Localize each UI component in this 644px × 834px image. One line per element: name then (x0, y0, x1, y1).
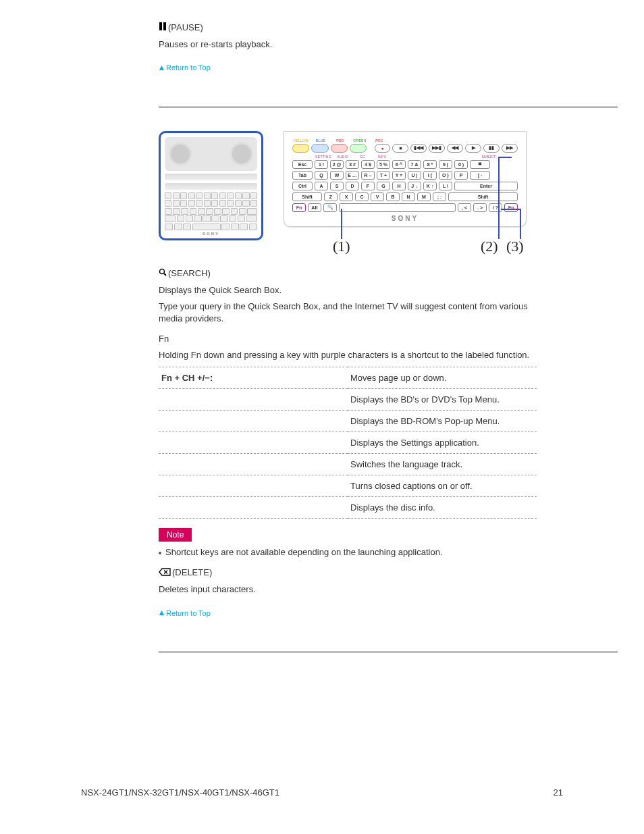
key-y: Y = (392, 171, 406, 180)
table-row: Displays the disc info. (159, 497, 537, 519)
key-e: E … (346, 171, 359, 180)
key-1: 1 ! (315, 160, 328, 169)
key-ctrl: Ctrl (292, 182, 313, 190)
key-2: 2 @ (330, 160, 344, 169)
key-slash: / ? (489, 203, 502, 212)
lbl-blue: BLUE (312, 138, 329, 143)
lbl-audio: AUDIO (334, 155, 352, 159)
table-val: Turns closed captions on or off. (348, 475, 537, 497)
key-s: S (330, 182, 344, 190)
lbl-setting: SETTING (315, 155, 332, 159)
return-top-link-2[interactable]: Return to Top (159, 609, 211, 617)
key-fn-r: Fn (504, 203, 518, 212)
keyboard-large: YELLOW BLUE RED GREEN REC ● ■ ▮◀◀ ▶▶▮ (284, 131, 527, 227)
bullet-icon (159, 552, 161, 554)
key-space (339, 203, 456, 212)
table-row: Turns closed captions on or off. (159, 475, 537, 497)
lbl-info: INFO (373, 155, 391, 159)
callout-1: (1) (333, 238, 350, 255)
key-v: V (371, 192, 384, 201)
lbl-red: RED (331, 138, 349, 143)
keyboard-large-wrap: YELLOW BLUE RED GREEN REC ● ■ ▮◀◀ ▶▶▮ (284, 131, 527, 227)
key-period: . > (473, 203, 487, 212)
table-key (159, 454, 348, 475)
fn-shortcut-table: Fn + CH +/−:Moves page up or down. Displ… (159, 367, 537, 519)
pause-heading: (PAUSE) (159, 22, 537, 34)
key-9: 9 ( (439, 160, 452, 169)
sony-label-large: SONY (292, 215, 518, 222)
page-footer: NSX-24GT1/NSX-32GT1/NSX-40GT1/NSX-46GT1 … (81, 787, 563, 798)
svg-marker-2 (159, 66, 164, 70)
key-w: W (330, 171, 344, 180)
note-badge: Note (159, 528, 192, 542)
key-alt: Alt (308, 203, 321, 212)
table-key (159, 432, 348, 454)
key-play: ▶ (465, 144, 481, 153)
fn-desc: Holding Fn down and pressing a key with … (159, 349, 537, 361)
key-esc: Esc (292, 160, 313, 169)
table-val: Displays the BD-ROM's Pop-up Menu. (348, 411, 537, 432)
key-4: 4 $ (361, 160, 375, 169)
key-k: K ↑ (423, 182, 437, 190)
key-d: D (346, 182, 359, 190)
key-5: 5 % (377, 160, 390, 169)
key-c: C (355, 192, 369, 201)
lbl-green: GREEN (351, 138, 369, 143)
key-i: I { (423, 171, 437, 180)
key-u: U | (408, 171, 421, 180)
key-t: T + (377, 171, 390, 180)
key-comma: , < (458, 203, 471, 212)
delete-desc: Deletes input characters. (159, 583, 537, 596)
search-icon (159, 267, 167, 280)
key-p: P (454, 171, 468, 180)
return-top-link-1[interactable]: Return to Top (159, 63, 211, 72)
search-desc-2: Type your query in the Quick Search Box,… (159, 301, 537, 325)
table-row: Displays the Settings application. (159, 432, 537, 454)
key-8: 8 * (423, 160, 437, 169)
key-next: ▶▶▮ (429, 144, 445, 153)
delete-title-text: (DELETE) (172, 567, 212, 577)
divider-2 (159, 652, 618, 652)
return-top-label: Return to Top (166, 609, 211, 617)
delete-heading: (DELETE) (159, 567, 537, 579)
key-prev: ▮◀◀ (410, 144, 427, 153)
lbl-yellow: YELLOW (292, 138, 310, 143)
note-text: Shortcut keys are not available dependin… (165, 547, 443, 557)
key-shift-r: Shift (448, 192, 518, 201)
illustration-row: SONY YELLOW BLUE RED GREEN REC (159, 131, 644, 240)
pause-desc: Pauses or re-starts playback. (159, 38, 537, 51)
svg-line-4 (164, 273, 166, 276)
search-title-text: (SEARCH) (168, 268, 211, 278)
table-row: Displays the BD-ROM's Pop-up Menu. (159, 411, 537, 432)
callout-2: (2) (481, 238, 498, 255)
svg-marker-7 (159, 610, 164, 615)
table-val: Displays the BD's or DVD's Top Menu. (348, 389, 537, 411)
divider-1 (159, 107, 618, 107)
table-val: Switches the language track. (348, 454, 537, 475)
table-row: Fn + CH +/−:Moves page up or down. (159, 367, 537, 389)
key-m: M (417, 192, 431, 201)
key-search: 🔍 (323, 203, 337, 212)
key-x: X (340, 192, 353, 201)
key-n: N (402, 192, 415, 201)
key-6: 6 ^ (392, 160, 406, 169)
search-heading: (SEARCH) (159, 267, 537, 280)
callout-line-3h (501, 209, 520, 210)
fn-heading: Fn (159, 333, 537, 345)
svg-rect-1 (163, 22, 166, 30)
callout-line-3v (520, 209, 521, 239)
callout-line-2h (498, 157, 512, 158)
svg-point-3 (160, 269, 165, 274)
key-h: H (392, 182, 406, 190)
key-a: A (315, 182, 328, 190)
key-delete: ✖ (470, 160, 490, 169)
note-bullet: Shortcut keys are not available dependin… (159, 547, 537, 557)
table-key (159, 389, 348, 411)
table-key: Fn + CH +/−: (159, 367, 348, 389)
table-key (159, 475, 348, 497)
callout-3: (3) (506, 238, 524, 255)
lbl-rec: REC (371, 138, 388, 143)
delete-icon (159, 567, 171, 579)
key-g: G (377, 182, 390, 190)
key-fn-l: Fn (292, 203, 306, 212)
